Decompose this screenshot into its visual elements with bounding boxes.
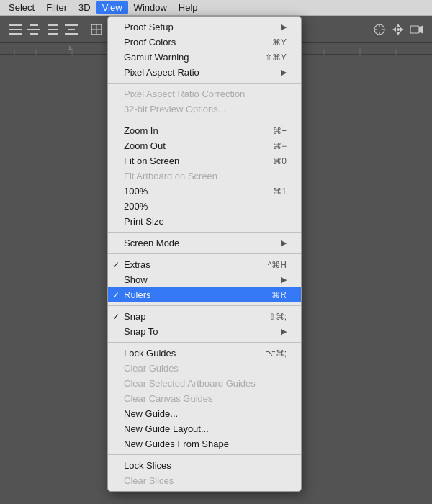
toolbar-move-icon[interactable] bbox=[390, 22, 406, 37]
svg-point-24 bbox=[397, 28, 400, 31]
toolbar-icon-4[interactable] bbox=[63, 22, 79, 37]
menu-fit-on-screen[interactable]: Fit on Screen ⌘0 bbox=[108, 153, 301, 168]
svg-rect-1 bbox=[9, 29, 22, 30]
sep-6 bbox=[108, 342, 301, 343]
menu-rulers[interactable]: ✓ Rulers ⌘R bbox=[108, 287, 301, 302]
svg-text:1: 1 bbox=[68, 45, 71, 50]
sep-5 bbox=[108, 305, 301, 306]
menu-fit-artboard: Fit Artboard on Screen bbox=[108, 168, 301, 184]
menu-show[interactable]: Show ▶ bbox=[108, 272, 301, 287]
svg-rect-8 bbox=[48, 33, 58, 35]
menu-proof-colors[interactable]: Proof Colors ⌘Y bbox=[108, 35, 301, 50]
toolbar-icon-5[interactable] bbox=[89, 22, 104, 37]
svg-rect-0 bbox=[9, 24, 22, 26]
menu-clear-guides: Clear Guides bbox=[108, 361, 301, 376]
menu-extras[interactable]: ✓ Extras ^⌘H bbox=[108, 257, 301, 272]
menubar-3d[interactable]: 3D bbox=[73, 1, 96, 14]
svg-marker-26 bbox=[419, 25, 423, 34]
menu-200-percent[interactable]: 200% bbox=[108, 199, 301, 214]
toolbar-icon-2[interactable] bbox=[26, 22, 42, 37]
menu-clear-canvas-guides: Clear Canvas Guides bbox=[108, 391, 301, 406]
sep-3 bbox=[108, 232, 301, 233]
menu-screen-mode[interactable]: Screen Mode ▶ bbox=[108, 235, 301, 251]
svg-rect-5 bbox=[30, 33, 38, 35]
menu-zoom-in[interactable]: Zoom In ⌘+ bbox=[108, 123, 301, 138]
sep-7 bbox=[108, 454, 301, 455]
svg-rect-25 bbox=[410, 26, 419, 33]
sep-4 bbox=[108, 253, 301, 254]
svg-rect-3 bbox=[30, 24, 38, 26]
view-dropdown-menu: Proof Setup ▶ Proof Colors ⌘Y Gamut Warn… bbox=[107, 16, 302, 492]
menu-32bit-preview: 32-bit Preview Options... bbox=[108, 102, 301, 117]
svg-rect-4 bbox=[27, 29, 40, 30]
menu-new-guide[interactable]: New Guide... bbox=[108, 406, 301, 421]
svg-rect-10 bbox=[68, 29, 75, 30]
sep-1 bbox=[108, 83, 301, 84]
menubar: Select Filter 3D View Window Help bbox=[0, 0, 432, 16]
menu-clear-selected-artboard-guides: Clear Selected Artboard Guides bbox=[108, 376, 301, 391]
svg-marker-22 bbox=[392, 27, 396, 32]
toolbar-icon-1[interactable] bbox=[7, 22, 23, 37]
menubar-window[interactable]: Window bbox=[128, 1, 173, 14]
toolbar-sep-1 bbox=[84, 22, 84, 37]
svg-rect-9 bbox=[65, 24, 78, 26]
menu-new-guides-from-shape[interactable]: New Guides From Shape bbox=[108, 436, 301, 451]
menu-100-percent[interactable]: 100% ⌘1 bbox=[108, 184, 301, 199]
menu-lock-guides[interactable]: Lock Guides ⌥⌘; bbox=[108, 346, 301, 361]
toolbar-icon-3[interactable] bbox=[45, 22, 60, 37]
svg-rect-7 bbox=[48, 29, 58, 30]
menubar-help[interactable]: Help bbox=[173, 1, 204, 14]
svg-rect-6 bbox=[48, 24, 58, 26]
toolbar-video-icon[interactable] bbox=[409, 22, 425, 37]
svg-rect-11 bbox=[65, 33, 78, 35]
menubar-filter[interactable]: Filter bbox=[40, 1, 73, 14]
menubar-select[interactable]: Select bbox=[3, 1, 40, 14]
menu-zoom-out[interactable]: Zoom Out ⌘− bbox=[108, 138, 301, 153]
svg-marker-20 bbox=[396, 24, 400, 27]
svg-marker-23 bbox=[400, 27, 404, 32]
menu-lock-slices[interactable]: Lock Slices bbox=[108, 458, 301, 473]
menu-print-size[interactable]: Print Size bbox=[108, 214, 301, 229]
sep-2 bbox=[108, 120, 301, 120]
menubar-view[interactable]: View bbox=[96, 1, 128, 14]
menu-snap[interactable]: ✓ Snap ⇧⌘; bbox=[108, 309, 301, 324]
menu-gamut-warning[interactable]: Gamut Warning ⇧⌘Y bbox=[108, 50, 301, 65]
menu-clear-slices: Clear Slices bbox=[108, 473, 301, 488]
svg-marker-21 bbox=[396, 32, 400, 35]
toolbar-crosshair-icon bbox=[372, 22, 387, 37]
menu-proof-setup[interactable]: Proof Setup ▶ bbox=[108, 19, 301, 35]
svg-rect-2 bbox=[9, 33, 22, 35]
menu-new-guide-layout[interactable]: New Guide Layout... bbox=[108, 421, 301, 436]
menu-pixel-aspect-ratio-correction: Pixel Aspect Ratio Correction bbox=[108, 86, 301, 102]
menu-pixel-aspect-ratio[interactable]: Pixel Aspect Ratio ▶ bbox=[108, 65, 301, 80]
menu-snap-to[interactable]: Snap To ▶ bbox=[108, 324, 301, 339]
